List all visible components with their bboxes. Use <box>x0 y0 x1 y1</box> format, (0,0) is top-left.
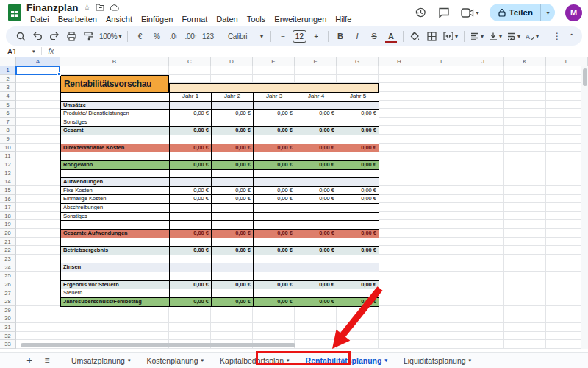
value-cell[interactable] <box>337 152 379 161</box>
value-cell[interactable]: 0,00 € <box>170 161 212 170</box>
row-header-10[interactable]: 10 <box>0 144 16 152</box>
value-cell[interactable] <box>170 170 212 179</box>
text-rotation-icon[interactable]: A ▾ <box>524 29 540 43</box>
print-icon[interactable] <box>64 29 79 43</box>
value-cell[interactable] <box>170 204 212 213</box>
formula-input[interactable] <box>54 46 588 57</box>
value-cell[interactable]: 0,00 € <box>295 281 337 290</box>
value-cell[interactable] <box>212 204 254 213</box>
value-cell[interactable]: 0,00 € <box>212 195 254 204</box>
value-cell[interactable] <box>295 204 337 213</box>
sheet-tab-caret-icon[interactable]: ▾ <box>469 358 472 364</box>
value-cell[interactable] <box>254 272 295 281</box>
sheet-tab-caret-icon[interactable]: ▾ <box>201 358 204 364</box>
row-header-22[interactable]: 22 <box>0 246 16 255</box>
column-header-b[interactable]: B <box>60 57 169 66</box>
redo-icon[interactable] <box>47 29 62 43</box>
share-button[interactable]: Teilen ▾ <box>490 4 555 21</box>
sheet-title-cell[interactable]: Rentabilitätsvorschau <box>60 75 169 93</box>
horizontal-align-icon[interactable]: ▾ <box>469 29 485 43</box>
move-folder-icon[interactable] <box>96 4 104 11</box>
value-cell[interactable] <box>337 118 379 127</box>
more-toolbar-icon[interactable]: ⋮ <box>550 29 564 43</box>
value-cell[interactable]: 0,00 € <box>212 144 254 153</box>
borders-icon[interactable] <box>425 29 440 43</box>
value-cell[interactable] <box>337 170 379 179</box>
column-header-e[interactable]: E <box>253 57 295 66</box>
column-header-j[interactable]: J <box>462 57 504 66</box>
sheet-tab-caret-icon[interactable]: ▾ <box>128 358 131 364</box>
value-cell[interactable]: 0,00 € <box>170 144 212 153</box>
value-cell[interactable] <box>212 221 254 230</box>
row-header-21[interactable]: 21 <box>0 238 16 247</box>
value-cell[interactable] <box>170 289 212 298</box>
sheet-tab-kapitalbedarfsplan[interactable]: Kapitalbedarfsplan▾ <box>213 355 296 367</box>
value-cell[interactable]: 0,00 € <box>337 127 379 135</box>
value-cell[interactable]: 0,00 € <box>254 161 295 170</box>
row-header-27[interactable]: 27 <box>0 289 16 298</box>
increase-font-size-icon[interactable]: + <box>309 29 323 43</box>
all-sheets-icon[interactable]: ≡ <box>40 355 54 366</box>
menu-item-tools[interactable]: Tools <box>243 14 270 25</box>
value-cell[interactable] <box>295 135 337 144</box>
value-cell[interactable] <box>337 213 379 222</box>
sheet-tab-caret-icon[interactable]: ▾ <box>384 358 387 364</box>
value-cell[interactable] <box>254 152 295 161</box>
value-cell[interactable] <box>212 170 254 179</box>
row-label-cell[interactable]: Abschreibungen <box>61 204 170 213</box>
value-cell[interactable] <box>170 102 212 110</box>
value-cell[interactable] <box>212 152 254 161</box>
value-cell[interactable]: 0,00 € <box>212 281 254 290</box>
value-cell[interactable] <box>254 118 295 127</box>
row-header-9[interactable]: 9 <box>0 135 16 144</box>
menu-item-hilfe[interactable]: Hilfe <box>331 14 355 25</box>
value-cell[interactable]: 0,00 € <box>295 195 337 204</box>
row-label-cell[interactable]: Gesamt <box>61 127 170 135</box>
row-label-cell[interactable] <box>61 135 170 144</box>
value-cell[interactable] <box>254 221 295 230</box>
search-icon[interactable] <box>13 29 28 43</box>
row-header-23[interactable]: 23 <box>0 255 16 263</box>
value-cell[interactable]: 0,00 € <box>212 110 254 118</box>
column-header-g[interactable]: G <box>337 57 379 66</box>
star-icon[interactable]: ☆ <box>84 4 91 12</box>
vertical-align-icon[interactable]: ▾ <box>487 29 503 43</box>
value-cell[interactable] <box>337 221 379 230</box>
value-cell[interactable] <box>170 238 212 247</box>
menu-item-bearbeiten[interactable]: Bearbeiten <box>54 14 101 25</box>
value-cell[interactable] <box>254 135 295 144</box>
row-header-31[interactable]: 31 <box>0 323 16 332</box>
row-label-cell[interactable]: Gesamte Aufwendungen <box>61 230 170 238</box>
value-cell[interactable] <box>170 118 212 127</box>
sheet-tab-liquidittsplanung[interactable]: Liquiditätsplanung▾ <box>397 355 478 367</box>
value-cell[interactable]: 0,00 € <box>170 187 212 196</box>
value-cell[interactable] <box>170 263 212 272</box>
value-cell[interactable]: 0,00 € <box>212 298 254 307</box>
row-label-cell[interactable]: Steuern <box>61 289 170 298</box>
row-label-cell[interactable]: Betriebsergebnis <box>61 247 170 255</box>
share-dropdown[interactable]: ▾ <box>540 4 555 21</box>
vertical-scrollbar[interactable] <box>581 66 588 349</box>
row-label-cell[interactable] <box>61 255 170 264</box>
row-label-cell[interactable]: Einmalige Kosten <box>61 195 170 204</box>
meet-call-button[interactable]: ▾ <box>461 8 479 18</box>
value-cell[interactable] <box>337 263 379 272</box>
value-cell[interactable] <box>212 272 254 281</box>
value-cell[interactable]: 0,00 € <box>295 187 337 196</box>
value-cell[interactable]: 0,00 € <box>170 195 212 204</box>
row-label-cell[interactable]: Jahresüberschuss/Fehlbetrag <box>61 298 170 307</box>
selected-cell-a1[interactable] <box>15 66 60 75</box>
row-header-7[interactable]: 7 <box>0 118 16 127</box>
currency-format-icon[interactable]: € <box>132 29 147 43</box>
row-header-33[interactable]: 33 <box>0 340 16 349</box>
row-label-cell[interactable]: Direkte/variable Kosten <box>61 144 170 153</box>
meet-caret-icon[interactable]: ▾ <box>476 10 479 16</box>
row-label-cell[interactable]: Aufwendungen <box>61 178 170 187</box>
value-cell[interactable] <box>295 221 337 230</box>
row-label-cell[interactable]: Zinsen <box>61 263 170 272</box>
value-cell[interactable]: 0,00 € <box>295 110 337 118</box>
value-cell[interactable] <box>212 178 254 187</box>
decrease-font-size-icon[interactable]: − <box>276 29 290 43</box>
value-cell[interactable]: 0,00 € <box>337 230 379 238</box>
row-label-cell[interactable] <box>61 93 170 102</box>
